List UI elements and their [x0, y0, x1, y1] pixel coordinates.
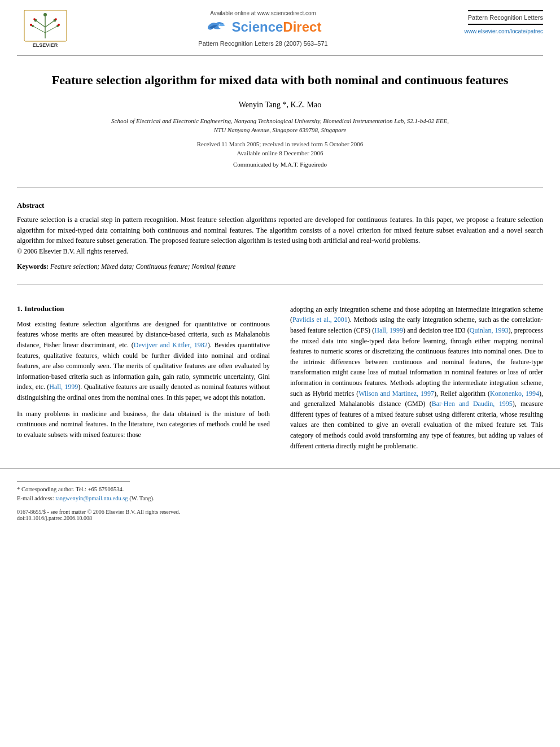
received-date: Received 11 March 2005; received in revi…: [45, 141, 515, 147]
page: ELSEVIER Available online at www.science…: [0, 0, 560, 747]
ref-devijver[interactable]: Devijver and Kittler, 1982: [134, 341, 208, 349]
sd-bird-icon: [205, 19, 229, 36]
svg-point-11: [30, 24, 32, 26]
section1-heading: 1. Introduction: [17, 304, 270, 313]
footnote-asterisk: * Corresponding author. Tel.: +65 679065…: [17, 485, 543, 494]
footer-line2: doi:10.1016/j.patrec.2006.10.008: [17, 515, 543, 521]
available-online-text: Available online at www.sciencedirect.co…: [210, 10, 316, 16]
journal-title-right: Pattern Recognition Letters: [468, 10, 543, 25]
svg-line-2: [36, 20, 45, 27]
copyright: © 2006 Elsevier B.V. All rights reserved…: [17, 247, 128, 255]
section1-right-body: adopting an early integration scheme and…: [290, 304, 543, 451]
keywords: Keywords: Feature selection; Mixed data;…: [17, 263, 543, 271]
paper-title: Feature selection algorithm for mixed da…: [45, 72, 515, 89]
journal-url: www.elsevier.com/locate/patrec: [464, 28, 543, 34]
ref-hall2[interactable]: Hall, 1999: [374, 326, 403, 334]
title-divider: [17, 187, 543, 187]
header: ELSEVIER Available online at www.science…: [0, 0, 560, 55]
email-label: E-mail address:: [17, 495, 54, 501]
svg-point-12: [58, 24, 60, 26]
footer-bottom: 0167-8655/$ - see front matter © 2006 El…: [17, 509, 543, 521]
footnote-email: E-mail address: tangwenyin@pmail.ntu.edu…: [17, 494, 543, 503]
ref-pavlidis[interactable]: Pavlidis et al., 2001: [292, 316, 348, 324]
authors: Wenyin Tang *, K.Z. Mao: [45, 101, 515, 110]
svg-line-3: [45, 20, 55, 27]
footnote-divider: [17, 481, 130, 482]
elsevier-logo: ELSEVIER: [17, 10, 73, 50]
title-section: Feature selection algorithm for mixed da…: [0, 56, 560, 179]
email-suffix: (W. Tang).: [129, 495, 154, 501]
svg-text:ELSEVIER: ELSEVIER: [32, 42, 58, 48]
footer-line1: 0167-8655/$ - see front matter © 2006 El…: [17, 509, 543, 515]
email-link[interactable]: tangwenyin@pmail.ntu.edu.sg: [55, 495, 128, 501]
ref-quinlan[interactable]: Quinlan, 1993: [470, 326, 509, 334]
col-left: 1. Introduction Most existing feature se…: [0, 299, 280, 462]
sciencedirect-center: Available online at www.sciencedirect.co…: [73, 10, 453, 47]
svg-point-6: [43, 13, 47, 16]
body-content: 1. Introduction Most existing feature se…: [0, 293, 560, 462]
svg-point-14: [55, 18, 57, 20]
section1-right-para1: adopting an early integration scheme and…: [290, 304, 543, 451]
abstract-text: Feature selection is a crucial step in p…: [17, 215, 543, 257]
elsevier-logo-svg: ELSEVIER: [19, 10, 72, 50]
sciencedirect-logo: ScienceDirect: [205, 19, 322, 36]
section1-body: Most existing feature selection algorith…: [17, 319, 270, 440]
available-date: Available online 8 December 2006: [45, 150, 515, 156]
col-right: adopting an early integration scheme and…: [280, 299, 560, 462]
footer: * Corresponding author. Tel.: +65 679065…: [0, 468, 560, 527]
svg-line-5: [45, 26, 58, 33]
svg-line-4: [33, 26, 45, 33]
keywords-label: Keywords:: [17, 263, 49, 270]
abstract-section: Abstract Feature selection is a crucial …: [0, 195, 560, 277]
ref-wilson[interactable]: Wilson and Martinez, 1997: [358, 390, 434, 397]
sd-logo-text: ScienceDirect: [232, 19, 322, 35]
abstract-divider: [17, 285, 543, 285]
svg-point-13: [33, 18, 36, 20]
ref-hall1[interactable]: Hall, 1999: [49, 383, 78, 391]
keywords-text: Feature selection; Mixed data; Continuou…: [50, 263, 235, 270]
journal-right: Pattern Recognition Letters www.elsevier…: [453, 10, 543, 34]
ref-barhen[interactable]: Bar-Hen and Daudin, 1995: [432, 400, 513, 408]
journal-info: Pattern Recognition Letters 28 (2007) 56…: [198, 40, 327, 47]
communicated-by: Communicated by M.A.T. Figueiredo: [45, 161, 515, 168]
abstract-heading: Abstract: [17, 201, 543, 210]
ref-kononenko[interactable]: Kononenko, 1994: [490, 390, 539, 397]
section1-para2: In many problems in medicine and busines…: [17, 409, 270, 440]
section1-para1: Most existing feature selection algorith…: [17, 319, 270, 403]
affiliation: School of Electrical and Electronic Engi…: [45, 116, 515, 135]
footnote: * Corresponding author. Tel.: +65 679065…: [17, 485, 543, 503]
